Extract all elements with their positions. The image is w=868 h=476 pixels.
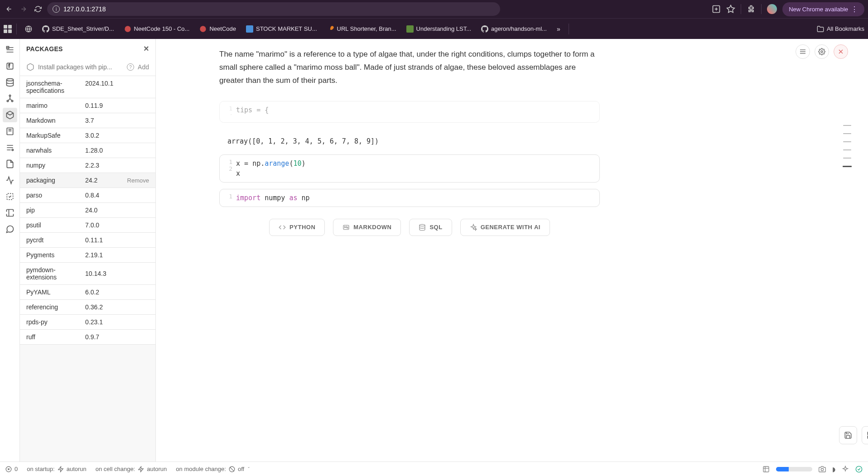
url-text: 127.0.0.1:2718 (63, 5, 106, 13)
pkg-row[interactable]: narwhals 1.28.0 (20, 143, 155, 158)
bookmark-bar: SDE_Sheet_Striver/D... NeetCode 150 - Co… (0, 18, 868, 39)
settings-button[interactable] (815, 44, 829, 59)
install-input[interactable] (38, 63, 123, 71)
reload-button[interactable] (33, 4, 43, 14)
cell-minimap[interactable] (843, 125, 852, 167)
bookmark-item[interactable]: URL Shortener, Bran... (323, 24, 400, 34)
rail-search-icon[interactable] (3, 140, 17, 155)
svg-point-3 (125, 26, 130, 32)
avatar[interactable] (767, 4, 777, 14)
mini-mark[interactable] (843, 141, 851, 142)
bookmark-item[interactable]: Understanding LST... (403, 24, 475, 34)
svg-point-18 (821, 51, 823, 53)
status-ai-icon[interactable] (842, 466, 849, 473)
svg-point-39 (821, 468, 823, 471)
new-chrome-button[interactable]: New Chrome available ⋮ (782, 2, 864, 16)
main-content: The name "marimo" is a reference to a ty… (156, 39, 868, 476)
rail-scratch-icon[interactable] (3, 206, 17, 220)
status-progress (776, 467, 812, 471)
bookmark-item[interactable]: SDE_Sheet_Striver/D... (39, 24, 118, 34)
apps-icon[interactable] (4, 25, 12, 33)
code-cell-arange[interactable]: 1 2 x = np.arange(10) x (219, 154, 600, 183)
info-icon: i (53, 5, 60, 13)
bookmark-overflow[interactable]: » (553, 24, 564, 34)
url-bar[interactable]: i 127.0.0.1:2718 (47, 2, 500, 16)
status-camera-icon[interactable] (819, 466, 826, 473)
add-sql-button[interactable]: SQL (409, 219, 452, 236)
pkg-row[interactable]: jsonschema-specifications 2024.10.1 (20, 76, 155, 98)
code-cell-tips[interactable]: 1 ˅ tips = { (219, 101, 600, 123)
rail-file-icon[interactable] (3, 157, 17, 171)
svg-rect-36 (763, 466, 769, 472)
packages-panel: PACKAGES × ? Add ▴ jsonschema-specificat… (20, 39, 156, 476)
pkg-row[interactable]: psutil 7.0.0 (20, 218, 155, 233)
svg-point-8 (6, 79, 13, 81)
status-cell-change[interactable]: on cell change: autorun (96, 466, 167, 472)
pkg-row-numpy[interactable]: numpy 2.2.3 (20, 158, 155, 173)
status-table-icon[interactable] (762, 466, 770, 473)
prose-text: The name "marimo" is a reference to a ty… (219, 48, 600, 87)
mini-mark[interactable] (843, 158, 851, 159)
mini-mark[interactable] (843, 133, 851, 134)
close-panel-button[interactable]: × (144, 43, 149, 54)
rail-packages-icon[interactable] (3, 108, 17, 122)
status-bar: 0 on startup: autorun on cell change: au… (0, 462, 868, 476)
layout-button[interactable] (862, 426, 868, 444)
add-ai-button[interactable]: GENERATE WITH AI (460, 219, 550, 236)
status-module-change[interactable]: on module change: off ˇ (176, 466, 249, 472)
extensions-icon[interactable] (747, 5, 756, 14)
rail-graph-icon[interactable] (3, 91, 17, 106)
pkg-row[interactable]: pymdown-extensions 10.14.3 (20, 263, 155, 285)
pkg-row[interactable]: marimo 0.11.9 (20, 98, 155, 113)
bookmark-item[interactable]: ageron/handson-ml... (477, 24, 550, 34)
svg-point-40 (856, 466, 862, 472)
rail-snippets-icon[interactable] (3, 189, 17, 204)
pkg-row[interactable]: Pygments 2.19.1 (20, 248, 155, 263)
code-cell-import[interactable]: 1 import numpy as np (219, 189, 600, 207)
rail-chat-icon[interactable] (3, 222, 17, 236)
forward-button[interactable] (18, 4, 29, 14)
pkg-row[interactable]: Markdown 3.7 (20, 113, 155, 128)
status-errors[interactable]: 0 (5, 466, 18, 472)
rail-activity-icon[interactable] (3, 173, 17, 188)
rail-variables-icon[interactable]: f (3, 59, 17, 73)
add-python-button[interactable]: PYTHON (269, 219, 325, 236)
pkg-row[interactable]: PyYAML 6.0.2 (20, 285, 155, 300)
rail-database-icon[interactable] (3, 75, 17, 90)
mini-mark-active[interactable] (843, 166, 852, 167)
svg-marker-32 (58, 466, 63, 472)
bookmark-item[interactable]: NeetCode (196, 24, 240, 34)
save-button[interactable] (839, 426, 857, 444)
pkg-row[interactable]: MarkupSafe 3.0.2 (20, 128, 155, 143)
bookmark-item[interactable]: NeetCode 150 - Co... (121, 24, 193, 34)
rail-explorer-icon[interactable] (3, 43, 17, 57)
bookmark-globe[interactable] (21, 24, 36, 34)
menu-button[interactable] (796, 44, 810, 59)
bookmark-item[interactable]: STOCK MARKET SU... (242, 24, 321, 34)
rail-docs-icon[interactable] (3, 124, 17, 139)
left-rail: f (0, 39, 20, 476)
pkg-row-packaging[interactable]: packaging 24.2 Remove (20, 173, 155, 188)
add-button[interactable]: Add (138, 63, 149, 71)
svg-marker-1 (727, 5, 735, 13)
install-icon[interactable] (712, 5, 721, 14)
pkg-row[interactable]: parso 0.8.4 (20, 188, 155, 203)
pkg-row[interactable]: pycrdt 0.11.1 (20, 233, 155, 248)
pkg-row[interactable]: ruff 0.9.7 (20, 330, 155, 345)
all-bookmarks[interactable]: All Bookmarks (817, 25, 864, 33)
svg-point-9 (9, 95, 10, 96)
pkg-row[interactable]: referencing 0.36.2 (20, 300, 155, 315)
remove-button[interactable]: Remove (127, 177, 149, 184)
add-markdown-button[interactable]: MARKDOWN (333, 219, 401, 236)
mini-mark[interactable] (843, 149, 851, 150)
shutdown-button[interactable] (834, 44, 848, 59)
packages-list: ▴ jsonschema-specifications 2024.10.1 ma… (20, 76, 155, 476)
svg-rect-6 (7, 63, 13, 69)
help-icon[interactable]: ? (127, 63, 134, 71)
back-button[interactable] (4, 4, 14, 14)
pkg-row[interactable]: rpds-py 0.23.1 (20, 315, 155, 330)
status-startup[interactable]: on startup: autorun (27, 466, 87, 472)
mini-mark[interactable] (843, 125, 851, 126)
star-icon[interactable] (726, 5, 735, 14)
pkg-row[interactable]: pip 24.0 (20, 203, 155, 218)
